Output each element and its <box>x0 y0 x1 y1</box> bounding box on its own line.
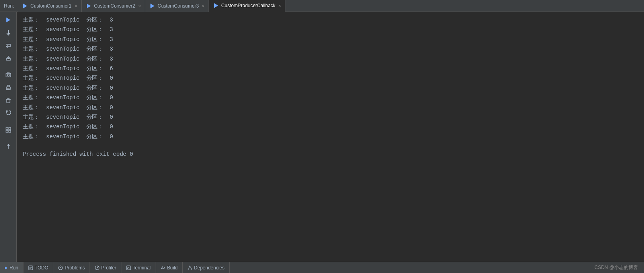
status-profiler-tab[interactable]: Profiler <box>90 262 121 273</box>
save-to-file-button[interactable] <box>2 52 14 64</box>
status-todo-label: TODO <box>35 265 48 271</box>
status-terminal-label: Terminal <box>133 265 150 271</box>
build-icon <box>161 265 166 270</box>
status-dependencies-tab[interactable]: Dependencies <box>183 262 230 273</box>
restore-icon <box>6 110 11 116</box>
svg-line-44 <box>190 267 191 268</box>
tab-custom-consumer2[interactable]: CustomConsumer2 × <box>82 0 145 12</box>
arrow-down-icon <box>6 30 11 35</box>
status-build-label: Build <box>167 265 178 271</box>
console-line: 主题： sevenTopic 分区： 0 <box>23 122 638 132</box>
dependencies-icon <box>187 265 192 270</box>
status-bar-left: ▶ Run TODO Problems <box>0 262 230 273</box>
layout-icon <box>6 127 11 133</box>
restore-button[interactable] <box>2 107 14 119</box>
status-problems-label: Problems <box>64 265 85 271</box>
status-bar: ▶ Run TODO Problems <box>0 262 644 273</box>
svg-line-34 <box>97 267 99 268</box>
save-icon <box>6 55 11 61</box>
svg-point-41 <box>188 268 189 269</box>
left-toolbar <box>0 12 17 262</box>
status-profiler-label: Profiler <box>101 265 116 271</box>
wrap-button[interactable] <box>2 39 14 51</box>
svg-line-39 <box>164 267 165 269</box>
print-button[interactable] <box>2 82 14 94</box>
tab-close-consumer2[interactable]: × <box>139 4 141 8</box>
console-line: 主题： sevenTopic 分区： 0 <box>23 73 638 83</box>
status-terminal-tab[interactable]: Terminal <box>121 262 156 273</box>
run-label: Run: <box>0 3 18 9</box>
watermark: CSDN @小志的博客 <box>594 264 644 271</box>
status-build-tab[interactable]: Build <box>156 262 183 273</box>
print-icon <box>6 85 11 90</box>
status-dependencies-label: Dependencies <box>194 265 224 271</box>
svg-rect-21 <box>6 130 8 132</box>
tab-close-producer[interactable]: × <box>279 3 281 8</box>
console-line: 主题： sevenTopic 分区： 3 <box>23 15 638 25</box>
todo-icon <box>28 265 33 270</box>
tab-close-consumer3[interactable]: × <box>202 4 204 8</box>
status-todo-tab[interactable]: TODO <box>23 262 53 273</box>
tab-icon-consumer3 <box>149 3 156 9</box>
tab-icon-consumer1 <box>22 3 28 9</box>
svg-marker-3 <box>214 3 218 8</box>
status-run-button[interactable]: ▶ Run <box>0 262 23 273</box>
problems-icon <box>58 265 63 270</box>
tab-label-consumer3: CustomConsumer3 <box>158 3 199 9</box>
tab-close-consumer1[interactable]: × <box>75 4 77 8</box>
main-area: 主题： sevenTopic 分区： 3 主题： sevenTopic 分区： … <box>0 12 644 262</box>
console-line: 主题： sevenTopic 分区： 0 <box>23 103 638 112</box>
console-line: 主题： sevenTopic 分区： 0 <box>23 83 638 93</box>
svg-marker-1 <box>87 4 91 8</box>
tab-label-consumer2: CustomConsumer2 <box>94 3 135 9</box>
svg-rect-20 <box>9 128 11 130</box>
svg-marker-0 <box>23 4 27 8</box>
layout-button[interactable] <box>2 124 14 136</box>
exit-message: Process finished with exit code 0 <box>23 149 638 159</box>
delete-button[interactable] <box>2 94 14 106</box>
camera-icon <box>6 72 11 78</box>
status-play-icon: ▶ <box>5 265 8 270</box>
tab-icon-producer <box>213 2 219 9</box>
tab-custom-producer-callback[interactable]: CustomProducerCallback × <box>209 0 286 12</box>
pin-icon <box>6 144 11 149</box>
play-icon <box>5 17 12 23</box>
scroll-down-button[interactable] <box>2 27 14 39</box>
status-run-label: Run <box>10 265 18 271</box>
tab-label-consumer1: CustomConsumer1 <box>30 3 71 9</box>
svg-point-9 <box>7 74 9 76</box>
terminal-icon <box>126 265 131 270</box>
run-button[interactable] <box>2 14 14 26</box>
screenshot-button[interactable] <box>2 69 14 81</box>
svg-marker-4 <box>6 18 10 22</box>
console-line: 主题： sevenTopic 分区： 6 <box>23 64 638 73</box>
svg-rect-19 <box>6 128 8 130</box>
svg-rect-14 <box>7 99 10 103</box>
svg-point-32 <box>60 269 61 269</box>
console-line: 主题： sevenTopic 分区： 0 <box>23 93 638 102</box>
svg-point-42 <box>191 268 192 269</box>
console-line: 主题： sevenTopic 分区： 3 <box>23 25 638 34</box>
pin-button[interactable] <box>2 141 14 153</box>
tab-custom-consumer3[interactable]: CustomConsumer3 × <box>145 0 209 12</box>
wrap-icon <box>6 43 11 48</box>
svg-line-43 <box>188 267 190 268</box>
tab-label-producer: CustomProducerCallback <box>221 3 275 8</box>
console-line: 主题： sevenTopic 分区： 3 <box>23 54 638 64</box>
tab-bar: Run: CustomConsumer1 × CustomConsumer2 ×… <box>0 0 644 12</box>
svg-rect-8 <box>6 73 11 77</box>
svg-point-40 <box>189 265 191 267</box>
console-line: 主题： sevenTopic 分区： 3 <box>23 35 638 44</box>
console-line: 主题： sevenTopic 分区： 3 <box>23 44 638 54</box>
tab-custom-consumer1[interactable]: CustomConsumer1 × <box>18 0 82 12</box>
console-output[interactable]: 主题： sevenTopic 分区： 3 主题： sevenTopic 分区： … <box>17 12 644 262</box>
tab-icon-consumer2 <box>86 3 92 9</box>
trash-icon <box>6 98 11 103</box>
svg-point-25 <box>8 144 9 145</box>
profiler-icon <box>95 265 100 270</box>
svg-marker-2 <box>150 4 154 8</box>
status-problems-tab[interactable]: Problems <box>53 262 90 273</box>
svg-rect-22 <box>9 130 11 132</box>
console-line: 主题： sevenTopic 分区： 0 <box>23 112 638 122</box>
console-line: 主题： sevenTopic 分区： 0 <box>23 132 638 141</box>
